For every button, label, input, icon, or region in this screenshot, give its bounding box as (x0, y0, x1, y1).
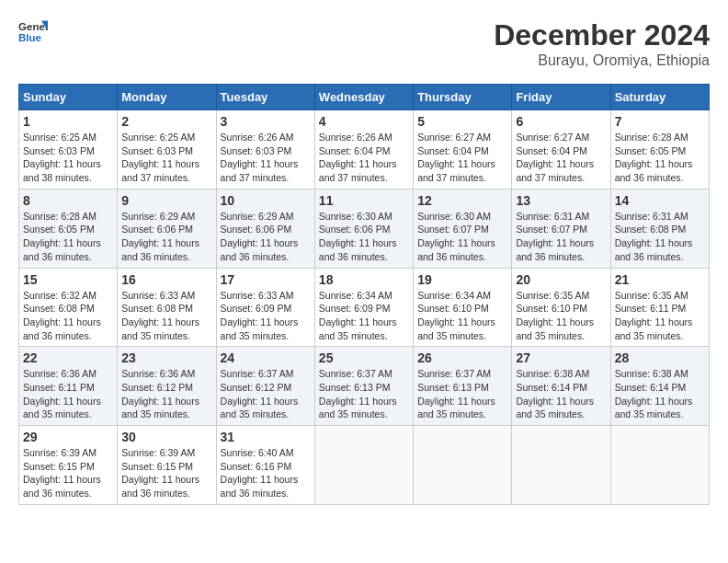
day-number: 10 (221, 193, 311, 208)
col-wednesday: Wednesday (314, 85, 413, 110)
day-number: 11 (319, 193, 409, 208)
calendar-cell: 15 Sunrise: 6:32 AM Sunset: 6:08 PM Dayl… (19, 268, 118, 347)
day-info: Sunrise: 6:28 AM Sunset: 6:05 PM Dayligh… (615, 131, 705, 185)
calendar-header-row: Sunday Monday Tuesday Wednesday Thursday… (19, 85, 710, 110)
day-info: Sunrise: 6:32 AM Sunset: 6:08 PM Dayligh… (23, 289, 113, 343)
day-info: Sunrise: 6:27 AM Sunset: 6:04 PM Dayligh… (417, 131, 507, 185)
day-info: Sunrise: 6:25 AM Sunset: 6:03 PM Dayligh… (23, 131, 113, 185)
calendar-cell: 24 Sunrise: 6:37 AM Sunset: 6:12 PM Dayl… (216, 347, 314, 426)
day-info: Sunrise: 6:28 AM Sunset: 6:05 PM Dayligh… (23, 210, 113, 264)
day-number: 2 (121, 114, 211, 129)
calendar-cell: 12 Sunrise: 6:30 AM Sunset: 6:07 PM Dayl… (414, 189, 512, 268)
day-info: Sunrise: 6:33 AM Sunset: 6:09 PM Dayligh… (221, 289, 311, 343)
calendar-cell: 10 Sunrise: 6:29 AM Sunset: 6:06 PM Dayl… (216, 189, 314, 268)
day-number: 13 (516, 193, 606, 208)
calendar-cell: 19 Sunrise: 6:34 AM Sunset: 6:10 PM Dayl… (414, 268, 512, 347)
calendar-cell: 23 Sunrise: 6:36 AM Sunset: 6:12 PM Dayl… (118, 347, 216, 426)
day-number: 27 (516, 350, 606, 365)
calendar-cell: 26 Sunrise: 6:37 AM Sunset: 6:13 PM Dayl… (414, 347, 512, 426)
day-number: 5 (417, 114, 507, 129)
calendar-cell: 14 Sunrise: 6:31 AM Sunset: 6:08 PM Dayl… (610, 189, 709, 268)
day-info: Sunrise: 6:25 AM Sunset: 6:03 PM Dayligh… (121, 131, 211, 185)
calendar-cell: 4 Sunrise: 6:26 AM Sunset: 6:04 PM Dayli… (314, 110, 413, 190)
day-info: Sunrise: 6:37 AM Sunset: 6:13 PM Dayligh… (417, 367, 507, 421)
calendar-cell: 28 Sunrise: 6:38 AM Sunset: 6:14 PM Dayl… (610, 347, 709, 426)
day-info: Sunrise: 6:39 AM Sunset: 6:15 PM Dayligh… (121, 446, 211, 500)
calendar-table: Sunday Monday Tuesday Wednesday Thursday… (18, 84, 710, 505)
col-sunday: Sunday (19, 85, 118, 110)
calendar-week-row: 1 Sunrise: 6:25 AM Sunset: 6:03 PM Dayli… (19, 110, 710, 190)
main-title: December 2024 (494, 18, 710, 52)
col-tuesday: Tuesday (216, 85, 314, 110)
day-number: 16 (121, 272, 211, 287)
logo-icon: General Blue (18, 18, 48, 44)
day-info: Sunrise: 6:29 AM Sunset: 6:06 PM Dayligh… (121, 210, 211, 264)
day-number: 3 (221, 114, 311, 129)
svg-text:Blue: Blue (18, 32, 42, 43)
day-number: 20 (516, 272, 606, 287)
calendar-cell: 31 Sunrise: 6:40 AM Sunset: 6:16 PM Dayl… (216, 426, 314, 505)
calendar-cell: 9 Sunrise: 6:29 AM Sunset: 6:06 PM Dayli… (118, 189, 216, 268)
calendar-cell: 22 Sunrise: 6:36 AM Sunset: 6:11 PM Dayl… (19, 347, 118, 426)
day-info: Sunrise: 6:33 AM Sunset: 6:08 PM Dayligh… (121, 289, 211, 343)
subtitle: Burayu, Oromiya, Ethiopia (494, 52, 710, 69)
day-number: 15 (23, 272, 113, 287)
day-number: 22 (23, 350, 113, 365)
calendar-cell: 16 Sunrise: 6:33 AM Sunset: 6:08 PM Dayl… (118, 268, 216, 347)
day-info: Sunrise: 6:36 AM Sunset: 6:11 PM Dayligh… (23, 367, 113, 421)
calendar-week-row: 29 Sunrise: 6:39 AM Sunset: 6:15 PM Dayl… (19, 426, 710, 505)
col-saturday: Saturday (610, 85, 709, 110)
day-number: 29 (23, 430, 113, 444)
col-monday: Monday (118, 85, 216, 110)
day-info: Sunrise: 6:27 AM Sunset: 6:04 PM Dayligh… (516, 131, 606, 185)
day-number: 4 (319, 114, 409, 129)
col-friday: Friday (512, 85, 610, 110)
calendar-cell: 7 Sunrise: 6:28 AM Sunset: 6:05 PM Dayli… (610, 110, 709, 190)
day-number: 23 (121, 350, 211, 365)
calendar-cell: 25 Sunrise: 6:37 AM Sunset: 6:13 PM Dayl… (314, 347, 413, 426)
day-number: 14 (615, 193, 705, 208)
day-number: 25 (319, 350, 409, 365)
calendar-cell: 13 Sunrise: 6:31 AM Sunset: 6:07 PM Dayl… (512, 189, 610, 268)
calendar-cell: 3 Sunrise: 6:26 AM Sunset: 6:03 PM Dayli… (216, 110, 314, 190)
day-number: 31 (221, 430, 311, 444)
calendar-cell: 27 Sunrise: 6:38 AM Sunset: 6:14 PM Dayl… (512, 347, 610, 426)
calendar-week-row: 22 Sunrise: 6:36 AM Sunset: 6:11 PM Dayl… (19, 347, 710, 426)
calendar-cell: 29 Sunrise: 6:39 AM Sunset: 6:15 PM Dayl… (19, 426, 118, 505)
day-number: 24 (221, 350, 311, 365)
calendar-cell: 5 Sunrise: 6:27 AM Sunset: 6:04 PM Dayli… (414, 110, 512, 190)
day-number: 30 (121, 430, 211, 444)
day-info: Sunrise: 6:31 AM Sunset: 6:07 PM Dayligh… (516, 210, 606, 264)
day-number: 18 (319, 272, 409, 287)
day-number: 8 (23, 193, 113, 208)
day-number: 1 (23, 114, 113, 129)
calendar-cell: 8 Sunrise: 6:28 AM Sunset: 6:05 PM Dayli… (19, 189, 118, 268)
day-info: Sunrise: 6:38 AM Sunset: 6:14 PM Dayligh… (615, 367, 705, 421)
day-number: 7 (615, 114, 705, 129)
calendar-cell: 20 Sunrise: 6:35 AM Sunset: 6:10 PM Dayl… (512, 268, 610, 347)
day-info: Sunrise: 6:40 AM Sunset: 6:16 PM Dayligh… (221, 446, 311, 500)
col-thursday: Thursday (414, 85, 512, 110)
day-info: Sunrise: 6:37 AM Sunset: 6:12 PM Dayligh… (221, 367, 311, 421)
day-info: Sunrise: 6:39 AM Sunset: 6:15 PM Dayligh… (23, 446, 113, 500)
day-number: 21 (615, 272, 705, 287)
calendar-cell: 18 Sunrise: 6:34 AM Sunset: 6:09 PM Dayl… (314, 268, 413, 347)
day-info: Sunrise: 6:35 AM Sunset: 6:10 PM Dayligh… (516, 289, 606, 343)
page-header: General Blue December 2024 Burayu, Oromi… (18, 18, 710, 69)
day-number: 9 (121, 193, 211, 208)
calendar-cell: 2 Sunrise: 6:25 AM Sunset: 6:03 PM Dayli… (118, 110, 216, 190)
calendar-cell (512, 426, 610, 505)
day-info: Sunrise: 6:38 AM Sunset: 6:14 PM Dayligh… (516, 367, 606, 421)
day-number: 6 (516, 114, 606, 129)
day-number: 19 (417, 272, 507, 287)
calendar-week-row: 15 Sunrise: 6:32 AM Sunset: 6:08 PM Dayl… (19, 268, 710, 347)
calendar-cell: 30 Sunrise: 6:39 AM Sunset: 6:15 PM Dayl… (118, 426, 216, 505)
calendar-cell: 17 Sunrise: 6:33 AM Sunset: 6:09 PM Dayl… (216, 268, 314, 347)
day-info: Sunrise: 6:26 AM Sunset: 6:04 PM Dayligh… (319, 131, 409, 185)
day-info: Sunrise: 6:35 AM Sunset: 6:11 PM Dayligh… (615, 289, 705, 343)
day-number: 26 (417, 350, 507, 365)
calendar-cell (610, 426, 709, 505)
day-info: Sunrise: 6:37 AM Sunset: 6:13 PM Dayligh… (319, 367, 409, 421)
calendar-week-row: 8 Sunrise: 6:28 AM Sunset: 6:05 PM Dayli… (19, 189, 710, 268)
day-number: 12 (417, 193, 507, 208)
